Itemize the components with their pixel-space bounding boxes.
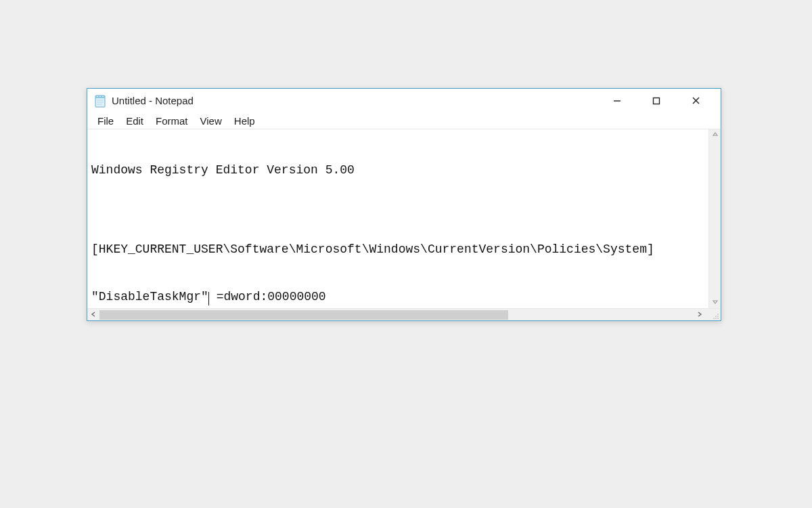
maximize-button[interactable] (637, 91, 676, 111)
menu-file[interactable]: File (91, 114, 120, 127)
text-caret (208, 292, 209, 305)
scroll-down-icon[interactable] (712, 297, 719, 308)
svg-point-15 (715, 316, 717, 317)
editor-line: Windows Registry Editor Version 5.00 (91, 163, 704, 178)
svg-rect-9 (654, 98, 660, 104)
title-bar[interactable]: Untitled - Notepad (87, 89, 721, 112)
minimize-button[interactable] (597, 91, 637, 111)
svg-point-12 (713, 318, 715, 319)
menu-help[interactable]: Help (228, 114, 261, 127)
resize-grip[interactable] (708, 309, 721, 320)
client-area: Windows Registry Editor Version 5.00 [HK… (87, 129, 721, 308)
editor-line: "DisableTaskMgr" =dword:00000000 (91, 289, 704, 305)
close-button[interactable] (676, 91, 715, 111)
window-controls (597, 91, 715, 111)
window-title: Untitled - Notepad (112, 95, 597, 106)
editor-line: [HKEY_CURRENT_USER\Software\Microsoft\Wi… (91, 242, 704, 257)
svg-point-4 (102, 96, 104, 97)
menu-format[interactable]: Format (150, 114, 194, 127)
notepad-icon (94, 94, 106, 108)
horizontal-scroll-thumb[interactable] (99, 310, 508, 320)
bottom-bar (87, 308, 721, 320)
notepad-window: Untitled - Notepad File Edit Format View… (87, 88, 721, 321)
text-editor[interactable]: Windows Registry Editor Version 5.00 [HK… (87, 129, 708, 308)
menu-edit[interactable]: Edit (120, 114, 150, 127)
svg-point-14 (717, 318, 719, 319)
svg-point-16 (717, 316, 719, 317)
editor-text-before-caret: "DisableTaskMgr" (91, 290, 208, 303)
scroll-up-icon[interactable] (712, 129, 719, 140)
editor-text-after-caret: =dword:00000000 (209, 290, 326, 303)
svg-point-2 (97, 96, 98, 97)
scroll-left-icon[interactable] (87, 310, 99, 320)
scroll-right-icon[interactable] (696, 310, 708, 320)
svg-point-17 (717, 314, 719, 315)
svg-point-3 (99, 96, 101, 97)
menu-bar: File Edit Format View Help (87, 112, 721, 129)
horizontal-scrollbar[interactable] (87, 309, 708, 320)
menu-view[interactable]: View (194, 114, 228, 127)
svg-point-13 (715, 318, 717, 319)
vertical-scrollbar[interactable] (708, 129, 721, 308)
